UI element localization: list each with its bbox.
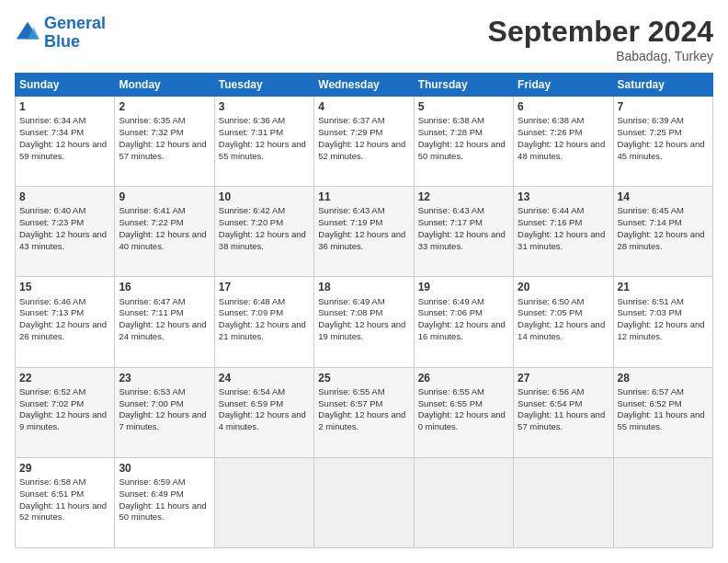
day-number: 13 bbox=[518, 190, 609, 204]
day-number: 24 bbox=[219, 371, 310, 385]
sunset-label: Sunset: 7:23 PM bbox=[19, 217, 84, 227]
table-cell: 21Sunrise: 6:51 AMSunset: 7:03 PMDayligh… bbox=[613, 277, 712, 367]
day-number: 3 bbox=[219, 99, 310, 114]
day-number: 15 bbox=[19, 280, 110, 294]
day-number: 14 bbox=[618, 190, 709, 204]
day-number: 8 bbox=[19, 190, 110, 204]
sunset-label: Sunset: 7:22 PM bbox=[119, 217, 183, 227]
table-cell: 2Sunrise: 6:35 AMSunset: 7:32 PMDaylight… bbox=[115, 97, 214, 187]
sunrise-label: Sunrise: 6:49 AM bbox=[318, 296, 384, 306]
sunset-label: Sunset: 7:32 PM bbox=[119, 127, 183, 137]
sunset-label: Sunset: 6:49 PM bbox=[119, 488, 183, 499]
location: Babadag, Turkey bbox=[488, 49, 713, 63]
sunset-label: Sunset: 7:31 PM bbox=[219, 127, 283, 137]
sunrise-label: Sunrise: 6:51 AM bbox=[618, 296, 684, 306]
title-block: September 2024 Babadag, Turkey bbox=[488, 15, 713, 63]
daylight-label: Daylight: 12 hours and 2 minutes. bbox=[318, 409, 405, 431]
sunset-label: Sunset: 7:00 PM bbox=[119, 398, 183, 408]
daylight-label: Daylight: 12 hours and 38 minutes. bbox=[219, 229, 306, 251]
day-number: 1 bbox=[19, 99, 110, 114]
sunrise-label: Sunrise: 6:38 AM bbox=[518, 115, 584, 125]
logo-icon bbox=[15, 20, 40, 46]
calendar-row: 8Sunrise: 6:40 AMSunset: 7:23 PMDaylight… bbox=[16, 187, 713, 277]
day-number: 21 bbox=[618, 280, 709, 294]
sunset-label: Sunset: 7:05 PM bbox=[518, 307, 582, 317]
daylight-label: Daylight: 12 hours and 40 minutes. bbox=[119, 229, 206, 251]
table-cell: 28Sunrise: 6:57 AMSunset: 6:52 PMDayligh… bbox=[613, 367, 712, 457]
table-cell: 29Sunrise: 6:58 AMSunset: 6:51 PMDayligh… bbox=[16, 457, 115, 547]
calendar-row: 1Sunrise: 6:34 AMSunset: 7:34 PMDaylight… bbox=[16, 97, 713, 187]
daylight-label: Daylight: 12 hours and 7 minutes. bbox=[119, 409, 206, 431]
daylight-label: Daylight: 12 hours and 33 minutes. bbox=[418, 229, 506, 251]
table-cell: 12Sunrise: 6:43 AMSunset: 7:17 PMDayligh… bbox=[414, 187, 513, 277]
daylight-label: Daylight: 12 hours and 59 minutes. bbox=[19, 139, 107, 161]
table-cell bbox=[514, 457, 613, 547]
sunrise-label: Sunrise: 6:37 AM bbox=[318, 115, 384, 125]
daylight-label: Daylight: 12 hours and 43 minutes. bbox=[19, 229, 107, 251]
sunset-label: Sunset: 6:59 PM bbox=[219, 398, 283, 408]
sunrise-label: Sunrise: 6:47 AM bbox=[119, 296, 185, 306]
day-number: 22 bbox=[19, 371, 110, 385]
sunset-label: Sunset: 7:25 PM bbox=[618, 127, 682, 137]
sunset-label: Sunset: 6:52 PM bbox=[618, 398, 682, 408]
table-cell: 8Sunrise: 6:40 AMSunset: 7:23 PMDaylight… bbox=[16, 187, 115, 277]
calendar-row: 15Sunrise: 6:46 AMSunset: 7:13 PMDayligh… bbox=[16, 277, 713, 367]
col-wednesday: Wednesday bbox=[314, 74, 414, 97]
day-number: 20 bbox=[518, 280, 609, 294]
table-cell: 13Sunrise: 6:44 AMSunset: 7:16 PMDayligh… bbox=[514, 187, 613, 277]
sunset-label: Sunset: 6:57 PM bbox=[318, 398, 382, 408]
day-number: 4 bbox=[318, 99, 409, 114]
daylight-label: Daylight: 12 hours and 45 minutes. bbox=[618, 139, 705, 161]
sunrise-label: Sunrise: 6:57 AM bbox=[618, 386, 684, 396]
sunset-label: Sunset: 7:19 PM bbox=[318, 217, 382, 227]
day-number: 7 bbox=[618, 99, 709, 114]
calendar-table: Sunday Monday Tuesday Wednesday Thursday… bbox=[15, 73, 713, 548]
sunrise-label: Sunrise: 6:52 AM bbox=[19, 386, 85, 396]
calendar-header-row: Sunday Monday Tuesday Wednesday Thursday… bbox=[16, 74, 713, 97]
sunrise-label: Sunrise: 6:44 AM bbox=[518, 205, 584, 215]
col-friday: Friday bbox=[514, 74, 613, 97]
sunrise-label: Sunrise: 6:50 AM bbox=[518, 296, 584, 306]
daylight-label: Daylight: 11 hours and 50 minutes. bbox=[119, 500, 206, 523]
day-number: 9 bbox=[119, 190, 210, 204]
month-title: September 2024 bbox=[488, 15, 713, 49]
daylight-label: Daylight: 11 hours and 57 minutes. bbox=[518, 409, 605, 431]
table-cell: 14Sunrise: 6:45 AMSunset: 7:14 PMDayligh… bbox=[613, 187, 712, 277]
day-number: 5 bbox=[418, 99, 509, 114]
sunset-label: Sunset: 7:34 PM bbox=[19, 127, 84, 137]
daylight-label: Daylight: 12 hours and 14 minutes. bbox=[518, 319, 605, 341]
daylight-label: Daylight: 12 hours and 12 minutes. bbox=[618, 319, 705, 341]
day-number: 28 bbox=[618, 371, 709, 385]
sunset-label: Sunset: 7:29 PM bbox=[318, 127, 382, 137]
day-number: 12 bbox=[418, 190, 509, 204]
table-cell: 6Sunrise: 6:38 AMSunset: 7:26 PMDaylight… bbox=[514, 97, 613, 187]
table-cell: 4Sunrise: 6:37 AMSunset: 7:29 PMDaylight… bbox=[314, 97, 414, 187]
table-cell: 26Sunrise: 6:55 AMSunset: 6:55 PMDayligh… bbox=[414, 367, 513, 457]
table-cell: 17Sunrise: 6:48 AMSunset: 7:09 PMDayligh… bbox=[214, 277, 313, 367]
sunrise-label: Sunrise: 6:41 AM bbox=[119, 205, 185, 215]
sunrise-label: Sunrise: 6:43 AM bbox=[418, 205, 484, 215]
daylight-label: Daylight: 12 hours and 31 minutes. bbox=[518, 229, 605, 251]
daylight-label: Daylight: 12 hours and 26 minutes. bbox=[19, 319, 107, 341]
table-cell: 10Sunrise: 6:42 AMSunset: 7:20 PMDayligh… bbox=[214, 187, 313, 277]
day-number: 25 bbox=[318, 371, 409, 385]
sunrise-label: Sunrise: 6:34 AM bbox=[19, 115, 85, 125]
table-cell bbox=[214, 457, 313, 547]
sunset-label: Sunset: 6:51 PM bbox=[19, 488, 84, 499]
col-saturday: Saturday bbox=[613, 74, 712, 97]
daylight-label: Daylight: 12 hours and 19 minutes. bbox=[318, 319, 405, 341]
header: General Blue September 2024 Babadag, Tur… bbox=[15, 15, 713, 63]
sunset-label: Sunset: 7:16 PM bbox=[518, 217, 582, 227]
sunrise-label: Sunrise: 6:55 AM bbox=[318, 386, 384, 396]
table-cell bbox=[414, 457, 513, 547]
calendar-row: 29Sunrise: 6:58 AMSunset: 6:51 PMDayligh… bbox=[16, 457, 713, 547]
day-number: 6 bbox=[518, 99, 609, 114]
day-number: 17 bbox=[219, 280, 310, 294]
table-cell bbox=[613, 457, 712, 547]
sunset-label: Sunset: 7:11 PM bbox=[119, 307, 183, 317]
sunrise-label: Sunrise: 6:48 AM bbox=[219, 296, 285, 306]
day-number: 19 bbox=[418, 280, 509, 294]
sunrise-label: Sunrise: 6:55 AM bbox=[418, 386, 484, 396]
sunset-label: Sunset: 7:03 PM bbox=[618, 307, 682, 317]
table-cell: 23Sunrise: 6:53 AMSunset: 7:00 PMDayligh… bbox=[115, 367, 214, 457]
